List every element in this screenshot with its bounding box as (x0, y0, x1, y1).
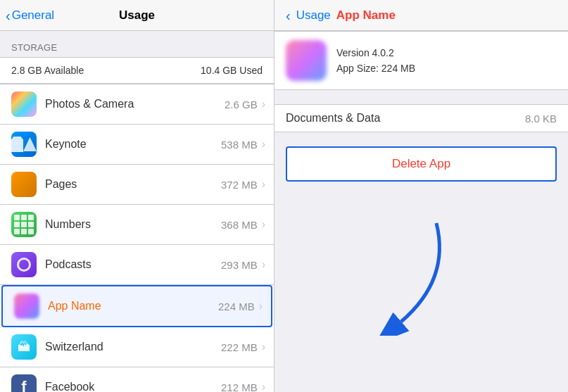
storage-available: 2.8 GB Available (11, 65, 84, 76)
docs-data-value: 8.0 KB (525, 113, 557, 125)
list-item-podcasts[interactable]: Podcasts 293 MB › (0, 245, 274, 285)
switzerland-icon: 🏔 (11, 334, 37, 360)
facebook-icon: f (11, 374, 37, 392)
app-name-podcasts: Podcasts (45, 258, 221, 271)
app-version: Version 4.0.2 (336, 45, 415, 61)
app-detail-icon (286, 40, 327, 81)
arrow-svg (296, 209, 472, 336)
general-back-button[interactable]: ‹ General (6, 8, 54, 23)
app-list: Photos & Camera 2.6 GB › Keynote 538 MB … (0, 84, 274, 392)
delete-app-button[interactable]: Delete App (287, 148, 555, 180)
app-size-podcasts: 293 MB (221, 259, 258, 271)
delete-app-label: Delete App (392, 157, 450, 171)
chevron-icon-numbers: › (262, 218, 265, 231)
list-item-photos[interactable]: Photos & Camera 2.6 GB › (0, 84, 274, 125)
chevron-icon-keynote: › (262, 138, 265, 151)
arrow-annotation (296, 209, 472, 336)
left-nav-bar: ‹ General Usage (0, 0, 274, 31)
delete-btn-container: Delete App (286, 146, 557, 182)
docs-data-label: Documents & Data (286, 112, 380, 125)
list-item-appname[interactable]: App Name 224 MB › (1, 285, 272, 327)
storage-info-row: 2.8 GB Available 10.4 GB Used (0, 57, 274, 84)
list-item-facebook[interactable]: f Facebook 212 MB › (0, 367, 274, 392)
chevron-icon-photos: › (262, 98, 265, 110)
app-name-facebook: Facebook (45, 381, 221, 392)
list-item-keynote[interactable]: Keynote 538 MB › (0, 125, 274, 165)
app-name-switzerland: Switzerland (45, 341, 221, 353)
podcasts-icon (11, 252, 37, 277)
list-item-switzerland[interactable]: 🏔 Switzerland 222 MB › (0, 327, 274, 367)
storage-section-header: STORAGE (0, 31, 274, 57)
app-name-appname: App Name (48, 300, 218, 312)
app-size-keynote: 538 MB (221, 139, 258, 151)
app-size-numbers: 368 MB (221, 219, 258, 231)
app-size-switzerland: 222 MB (221, 341, 258, 353)
chevron-icon-switzerland: › (262, 341, 265, 353)
left-panel: ‹ General Usage STORAGE 2.8 GB Available… (0, 0, 274, 392)
appname-icon (14, 293, 39, 319)
app-name-pages: Pages (45, 178, 221, 191)
numbers-icon (11, 212, 37, 237)
keynote-icon (11, 132, 37, 157)
right-panel: ‹ Usage App Name Version 4.0.2 App Size:… (274, 0, 568, 392)
app-size-detail: App Size: 224 MB (336, 61, 415, 76)
storage-used: 10.4 GB Used (201, 65, 263, 76)
app-detail-card: Version 4.0.2 App Size: 224 MB (274, 31, 568, 90)
back-label: General (12, 8, 54, 23)
list-item-pages[interactable]: Pages 372 MB › (0, 165, 274, 205)
app-size-appname: 224 MB (218, 301, 255, 312)
back-chevron-icon: ‹ (6, 8, 11, 23)
photos-icon (11, 91, 37, 117)
chevron-icon-podcasts: › (262, 258, 265, 271)
right-nav-title: App Name (336, 8, 396, 23)
app-size-facebook: 212 MB (221, 381, 258, 393)
right-nav-bar: ‹ Usage App Name (274, 0, 568, 31)
left-nav-title: Usage (119, 8, 155, 23)
right-back-label[interactable]: Usage (296, 8, 331, 23)
right-back-chevron-icon: ‹ (286, 8, 291, 23)
app-name-numbers: Numbers (45, 218, 221, 231)
chevron-icon-pages: › (262, 178, 265, 191)
chevron-icon-appname: › (259, 300, 263, 312)
chevron-icon-facebook: › (262, 381, 265, 392)
arrow-path (401, 223, 439, 322)
pages-icon (11, 172, 37, 197)
app-size-pages: 372 MB (221, 179, 258, 191)
docs-data-row: Documents & Data 8.0 KB (274, 104, 568, 132)
app-size-photos: 2.6 GB (225, 99, 258, 110)
list-item-numbers[interactable]: Numbers 368 MB › (0, 205, 274, 245)
app-detail-info: Version 4.0.2 App Size: 224 MB (336, 45, 415, 77)
app-name-photos: Photos & Camera (45, 98, 225, 110)
switzerland-shape: 🏔 (18, 340, 30, 355)
app-name-keynote: Keynote (45, 138, 221, 151)
